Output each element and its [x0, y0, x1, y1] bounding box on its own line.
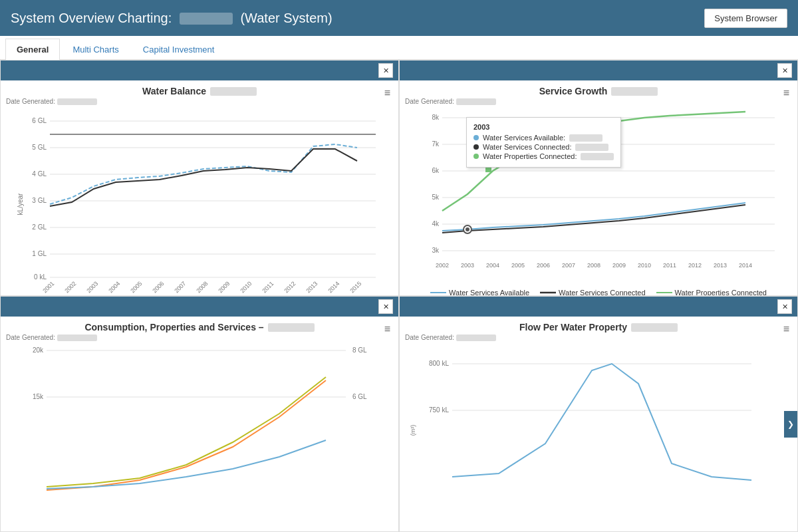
tab-general[interactable]: General [5, 39, 60, 60]
water-balance-date: Date Generated: [6, 98, 393, 105]
service-growth-expand-button[interactable]: ✕ [777, 63, 792, 78]
svg-text:2005: 2005 [511, 262, 525, 269]
flow-per-property-title: Flow Per Water Property [519, 322, 627, 332]
water-balance-title-redacted [210, 87, 257, 96]
svg-text:2007: 2007 [173, 281, 187, 295]
svg-text:2002: 2002 [436, 262, 449, 269]
svg-text:6k: 6k [432, 167, 440, 174]
svg-text:2001: 2001 [41, 281, 55, 295]
flow-per-property-panel: ✕ Flow Per Water Property ≡ Date Generat… [399, 296, 798, 532]
svg-text:2004: 2004 [107, 281, 121, 295]
tooltip-dot-connected [473, 144, 479, 150]
flow-per-property-content: Flow Per Water Property ≡ Date Generated… [400, 317, 797, 531]
consumption-expand-button[interactable]: ✕ [378, 299, 393, 314]
svg-text:1 GL: 1 GL [32, 250, 47, 257]
water-balance-panel: ✕ Water Balance ≡ Date Generated: kL/yea… [0, 60, 399, 296]
flow-per-property-expand-button[interactable]: ✕ [777, 299, 792, 314]
system-name-redacted [180, 13, 233, 25]
flow-per-property-title-redacted [631, 323, 678, 332]
svg-text:2015: 2015 [348, 281, 362, 295]
service-growth-title: Service Growth [539, 86, 608, 96]
consumption-content: Consumption, Properties and Services – ≡… [1, 317, 398, 531]
svg-text:2009: 2009 [612, 262, 626, 269]
svg-text:2011: 2011 [261, 281, 275, 295]
app-header: System Overview Charting: (Water System)… [0, 0, 798, 36]
flow-per-property-date: Date Generated: [405, 334, 792, 341]
water-balance-expand-button[interactable]: ✕ [378, 63, 393, 78]
consumption-chart: 20k 15k 8 GL 6 GL [6, 344, 393, 503]
tooltip-dot-available [473, 135, 479, 140]
tab-capital-investment[interactable]: Capital Investment [132, 39, 226, 60]
tab-bar: General Multi Charts Capital Investment [0, 36, 798, 60]
svg-text:(m³): (m³) [410, 425, 416, 436]
tooltip-year: 2003 [473, 123, 614, 131]
svg-text:3 GL: 3 GL [32, 197, 47, 204]
system-browser-button[interactable]: System Browser [704, 9, 787, 28]
scroll-right-button[interactable]: ❯ [784, 411, 797, 438]
svg-text:20k: 20k [33, 346, 44, 354]
svg-text:7k: 7k [432, 140, 440, 148]
svg-text:2012: 2012 [283, 281, 297, 295]
svg-text:3k: 3k [432, 247, 440, 254]
svg-text:2003: 2003 [85, 281, 99, 295]
svg-text:800 kL: 800 kL [429, 360, 449, 367]
flow-per-property-menu-button[interactable]: ≡ [781, 322, 792, 336]
svg-text:6 GL: 6 GL [352, 393, 367, 400]
water-balance-chart: kL/year 6 GL 5 GL 4 GL 3 GL 2 GL 1 GL 0 … [6, 108, 393, 294]
water-balance-header: ✕ [1, 61, 398, 80]
tooltip-dot-properties [473, 154, 479, 159]
header-title: System Overview Charting: (Water System) [11, 11, 332, 26]
consumption-menu-button[interactable]: ≡ [382, 322, 393, 336]
svg-text:0 kL: 0 kL [34, 273, 47, 281]
service-growth-title-redacted [611, 87, 658, 96]
consumption-date: Date Generated: [6, 334, 393, 341]
flow-per-property-header: ✕ [400, 297, 797, 317]
svg-text:2014: 2014 [327, 281, 340, 295]
svg-text:2008: 2008 [195, 281, 209, 295]
svg-text:5 GL: 5 GL [32, 144, 47, 151]
tab-multi-charts[interactable]: Multi Charts [61, 39, 130, 60]
svg-text:2 GL: 2 GL [32, 223, 47, 231]
svg-text:4 GL: 4 GL [32, 170, 47, 178]
svg-text:2010: 2010 [638, 262, 651, 269]
svg-text:8 GL: 8 GL [352, 346, 367, 354]
consumption-title-redacted [268, 323, 315, 332]
consumption-header: ✕ [1, 297, 398, 317]
svg-point-47 [466, 227, 469, 231]
svg-text:2006: 2006 [537, 262, 550, 269]
service-growth-panel: ✕ Service Growth ≡ Date Generated: 2003 … [399, 60, 798, 296]
svg-text:2003: 2003 [461, 262, 474, 269]
water-balance-title: Water Balance [142, 86, 206, 96]
svg-text:2009: 2009 [217, 281, 231, 295]
svg-text:kL/year: kL/year [17, 193, 24, 215]
svg-text:4k: 4k [432, 220, 440, 227]
consumption-panel: ✕ Consumption, Properties and Services –… [0, 296, 399, 532]
svg-text:2008: 2008 [587, 262, 600, 269]
svg-text:2014: 2014 [739, 262, 752, 269]
svg-text:2006: 2006 [151, 281, 165, 295]
svg-text:2013: 2013 [305, 281, 319, 295]
svg-text:2005: 2005 [129, 281, 143, 295]
svg-text:2012: 2012 [688, 262, 702, 269]
svg-text:2010: 2010 [239, 281, 253, 295]
water-balance-menu-button[interactable]: ≡ [382, 86, 393, 100]
service-growth-content: Service Growth ≡ Date Generated: 2003 Wa… [400, 80, 797, 295]
water-balance-content: Water Balance ≡ Date Generated: kL/year … [1, 80, 398, 295]
service-growth-date: Date Generated: [405, 98, 792, 105]
service-growth-header: ✕ [400, 61, 797, 80]
service-growth-menu-button[interactable]: ≡ [781, 86, 792, 100]
svg-text:2011: 2011 [663, 262, 676, 269]
service-growth-tooltip: 2003 Water Services Available: Water Ser… [466, 117, 621, 168]
svg-text:2007: 2007 [562, 262, 575, 269]
svg-text:8k: 8k [432, 114, 440, 121]
svg-text:2002: 2002 [63, 281, 77, 295]
svg-text:750 kL: 750 kL [429, 406, 449, 414]
svg-text:15k: 15k [33, 393, 44, 400]
svg-text:2004: 2004 [486, 262, 499, 269]
flow-per-property-chart: 800 kL 750 kL (m³) [405, 344, 792, 503]
svg-text:2013: 2013 [714, 262, 727, 269]
consumption-title: Consumption, Properties and Services – [84, 322, 263, 332]
service-growth-legend: Water Services Available Water Services … [405, 286, 792, 295]
chart-grid: ✕ Water Balance ≡ Date Generated: kL/yea… [0, 60, 798, 532]
svg-text:6 GL: 6 GL [32, 117, 47, 124]
